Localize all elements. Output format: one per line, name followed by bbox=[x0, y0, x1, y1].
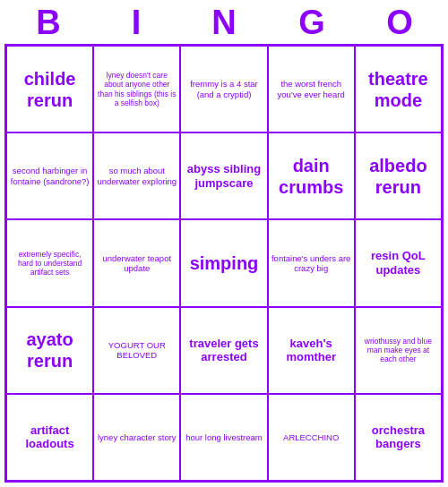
cell-text-10: extremely specific, hard to understand a… bbox=[10, 250, 90, 278]
bingo-cell-16[interactable]: YOGURT OUR BELOVED bbox=[93, 307, 180, 394]
bingo-cell-10[interactable]: extremely specific, hard to understand a… bbox=[6, 219, 93, 306]
bingo-cell-12[interactable]: simping bbox=[180, 219, 267, 306]
bingo-cell-24[interactable]: orchestra bangers bbox=[355, 394, 442, 481]
cell-text-5: second harbinger in fontaine (sandrone?) bbox=[10, 166, 90, 186]
cell-text-16: YOGURT OUR BELOVED bbox=[97, 340, 177, 361]
cell-text-0: childe rerun bbox=[10, 68, 90, 111]
bingo-cell-14[interactable]: resin QoL updates bbox=[355, 219, 442, 306]
bingo-cell-13[interactable]: fontaine's unders are crazy big bbox=[268, 219, 355, 306]
bingo-cell-1[interactable]: lyney doesn't care about anyone other th… bbox=[93, 46, 180, 132]
cell-text-22: hour long livestream bbox=[185, 432, 263, 442]
bingo-cell-20[interactable]: artifact loadouts bbox=[6, 394, 93, 481]
cell-text-13: fontaine's unders are crazy big bbox=[271, 253, 351, 274]
header-n: N bbox=[184, 4, 264, 42]
cell-text-8: dain crumbs bbox=[271, 155, 351, 198]
bingo-cell-7[interactable]: abyss sibling jumpscare bbox=[180, 132, 267, 219]
bingo-cell-11[interactable]: underwater teapot update bbox=[93, 219, 180, 306]
bingo-cell-0[interactable]: childe rerun bbox=[6, 46, 93, 132]
bingo-cell-5[interactable]: second harbinger in fontaine (sandrone?) bbox=[6, 132, 93, 219]
cell-text-18: kaveh's momther bbox=[271, 337, 351, 364]
cell-text-2: fremmy is a 4 star (and a cryptid) bbox=[184, 79, 263, 99]
bingo-cell-3[interactable]: the worst french you've ever heard bbox=[268, 46, 355, 132]
bingo-cell-2[interactable]: fremmy is a 4 star (and a cryptid) bbox=[180, 46, 267, 132]
bingo-cell-15[interactable]: ayato rerun bbox=[6, 307, 93, 394]
cell-text-24: orchestra bangers bbox=[358, 423, 438, 451]
bingo-cell-23[interactable]: ARLECCHINO bbox=[268, 394, 355, 481]
bingo-cell-17[interactable]: traveler gets arrested bbox=[180, 307, 267, 394]
bingo-grid: childe rerunlyney doesn't care about any… bbox=[4, 44, 444, 483]
cell-text-11: underwater teapot update bbox=[97, 253, 177, 274]
cell-text-1: lyney doesn't care about anyone other th… bbox=[97, 71, 177, 107]
bingo-cell-9[interactable]: albedo rerun bbox=[355, 132, 442, 219]
header-b: B bbox=[8, 4, 89, 42]
bingo-cell-6[interactable]: so much about underwater exploring bbox=[93, 132, 180, 219]
cell-text-12: simping bbox=[190, 252, 259, 274]
cell-text-17: traveler gets arrested bbox=[184, 337, 263, 364]
bingo-cell-19[interactable]: wriothussy and blue man make eyes at eac… bbox=[355, 307, 442, 394]
header-o: O bbox=[359, 4, 440, 42]
cell-text-19: wriothussy and blue man make eyes at eac… bbox=[358, 337, 438, 364]
cell-text-14: resin QoL updates bbox=[358, 249, 438, 277]
bingo-cell-18[interactable]: kaveh's momther bbox=[268, 307, 355, 394]
bingo-cell-4[interactable]: theatre mode bbox=[355, 46, 442, 132]
cell-text-4: theatre mode bbox=[358, 68, 438, 111]
bingo-cell-8[interactable]: dain crumbs bbox=[268, 132, 355, 219]
cell-text-23: ARLECCHINO bbox=[283, 432, 339, 442]
cell-text-20: artifact loadouts bbox=[10, 423, 90, 451]
cell-text-15: ayato rerun bbox=[10, 329, 90, 372]
cell-text-3: the worst french you've ever heard bbox=[271, 79, 351, 99]
bingo-cell-22[interactable]: hour long livestream bbox=[180, 394, 267, 481]
cell-text-7: abyss sibling jumpscare bbox=[184, 162, 263, 190]
cell-text-9: albedo rerun bbox=[358, 155, 438, 198]
cell-text-6: so much about underwater exploring bbox=[97, 166, 177, 186]
bingo-header: B I N G O bbox=[4, 0, 444, 44]
cell-text-21: lyney character story bbox=[98, 432, 177, 442]
header-i: I bbox=[96, 4, 177, 42]
header-g: G bbox=[271, 4, 352, 42]
bingo-cell-21[interactable]: lyney character story bbox=[93, 394, 180, 481]
